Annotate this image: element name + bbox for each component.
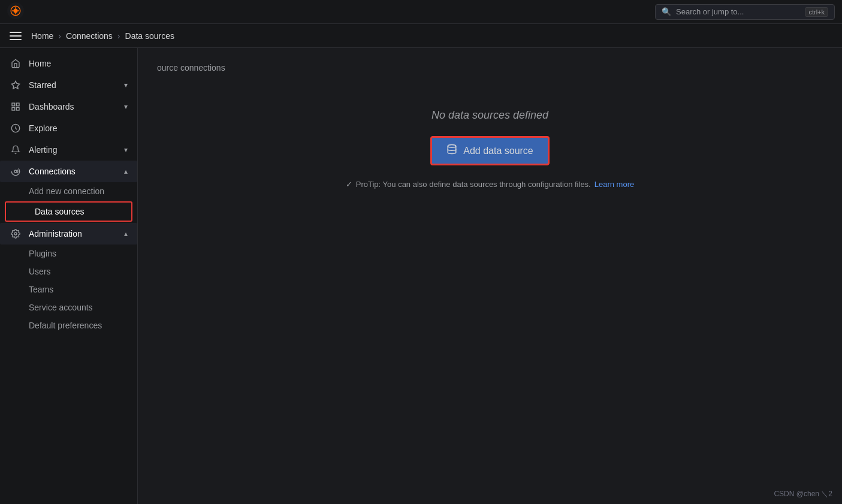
learn-more-link[interactable]: Learn more (594, 180, 634, 189)
sidebar-item-explore[interactable]: Explore (0, 117, 137, 139)
svg-rect-5 (12, 107, 15, 110)
search-placeholder: Search or jump to... (676, 7, 800, 16)
sidebar-administration-label: Administration (29, 229, 117, 239)
breadcrumb-connections[interactable]: Connections (66, 31, 113, 41)
grafana-logo (7, 2, 24, 22)
breadcrumb-sep2: › (117, 31, 120, 41)
svg-point-9 (14, 233, 17, 235)
sidebar-add-connection-label: Add new connection (29, 186, 104, 196)
check-icon: ✓ (346, 180, 352, 189)
sidebar-home-label: Home (29, 59, 128, 68)
sidebar-sub-default-preferences[interactable]: Default preferences (0, 316, 137, 334)
footer-text: CSDN @chen ＼2 (774, 489, 832, 499)
chevron-down-icon: ▾ (124, 81, 128, 89)
chevron-down-icon3: ▾ (124, 146, 128, 154)
svg-rect-4 (16, 103, 19, 106)
breadcrumb-home[interactable]: Home (31, 31, 53, 41)
home-icon (10, 58, 22, 70)
svg-rect-6 (16, 107, 19, 110)
sidebar-starred-label: Starred (29, 80, 117, 90)
add-data-source-button[interactable]: Add data source (430, 136, 550, 165)
sidebar-service-accounts-label: Service accounts (29, 303, 93, 312)
sidebar-datasources-wrapper: Data sources (5, 201, 132, 222)
sidebar-sub-teams[interactable]: Teams (0, 280, 137, 298)
breadcrumb-sep1: › (58, 31, 61, 41)
breadcrumb-current: Data sources (125, 31, 174, 41)
connections-icon (10, 165, 22, 177)
main-layout: Home Starred ▾ Dashboards ▾ Explore (0, 48, 842, 504)
topbar: 🔍 Search or jump to... ctrl+k (0, 0, 842, 24)
sidebar-connections-label: Connections (29, 167, 117, 176)
search-shortcut: ctrl+k (805, 7, 828, 17)
sidebar-item-administration[interactable]: Administration ▴ (0, 223, 137, 245)
sidebar-item-connections[interactable]: Connections ▴ (0, 161, 137, 182)
dashboards-icon (10, 101, 22, 113)
sidebar-alerting-label: Alerting (29, 145, 117, 155)
sidebar-item-alerting[interactable]: Alerting ▾ (0, 139, 137, 161)
sidebar-explore-label: Explore (29, 123, 128, 133)
hamburger-menu[interactable] (10, 30, 22, 42)
gear-icon (10, 228, 22, 240)
sidebar-sub-plugins[interactable]: Plugins (0, 245, 137, 262)
search-bar[interactable]: 🔍 Search or jump to... ctrl+k (655, 4, 835, 20)
sidebar-dashboards-label: Dashboards (29, 102, 117, 111)
chevron-up-icon2: ▴ (124, 230, 128, 238)
search-icon: 🔍 (662, 7, 671, 16)
chevron-down-icon2: ▾ (124, 102, 128, 111)
sidebar-sub-service-accounts[interactable]: Service accounts (0, 298, 137, 316)
content-center: No data sources defined Add data source … (157, 109, 823, 189)
sidebar-item-dashboards[interactable]: Dashboards ▾ (0, 96, 137, 117)
sidebar-users-label: Users (29, 267, 51, 276)
sidebar-sub-users[interactable]: Users (0, 262, 137, 280)
content-subtitle: ource connections (157, 62, 225, 73)
sidebar: Home Starred ▾ Dashboards ▾ Explore (0, 48, 138, 504)
sidebar-sub-data-sources[interactable]: Data sources (6, 203, 131, 221)
sidebar-teams-label: Teams (29, 285, 53, 294)
sidebar-plugins-label: Plugins (29, 249, 56, 258)
svg-point-8 (14, 170, 17, 173)
svg-point-10 (448, 145, 456, 148)
star-icon (10, 79, 22, 91)
database-icon (446, 144, 457, 158)
sidebar-sub-add-connection[interactable]: Add new connection (0, 182, 137, 200)
sidebar-item-starred[interactable]: Starred ▾ (0, 74, 137, 96)
sidebar-data-sources-label: Data sources (35, 207, 84, 216)
main-content: ource connections No data sources define… (138, 48, 842, 504)
svg-point-1 (14, 8, 18, 13)
protip-text: ✓ ProTip: You can also define data sourc… (346, 180, 634, 189)
svg-marker-2 (11, 81, 19, 89)
chevron-up-icon: ▴ (124, 167, 128, 176)
explore-icon (10, 122, 22, 134)
svg-rect-3 (12, 103, 15, 106)
add-data-source-label: Add data source (463, 146, 533, 156)
bell-icon (10, 144, 22, 156)
sidebar-item-home[interactable]: Home (0, 53, 137, 74)
breadcrumb-bar: Home › Connections › Data sources (0, 24, 842, 48)
sidebar-default-preferences-label: Default preferences (29, 321, 102, 330)
no-data-message: No data sources defined (431, 109, 548, 122)
